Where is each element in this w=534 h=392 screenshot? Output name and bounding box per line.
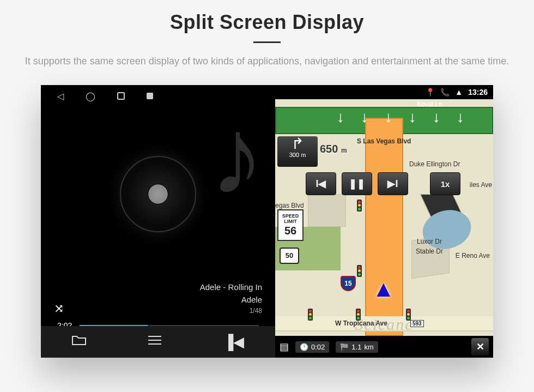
sim-playback-row: I◀ ❚❚ ▶I 1x	[306, 172, 484, 195]
traffic-light-icon	[308, 309, 313, 321]
route-distance-unit: km	[364, 343, 373, 351]
navigation-pane: ↓ ↓ ↓ ↓ ↓ ↓ S Las Vegas Blvd Koval Ln eg…	[275, 85, 493, 358]
lane-guidance: ↓ ↓ ↓ ↓ ↓ ↓	[313, 108, 488, 126]
turn-distance: 300	[289, 152, 299, 158]
sim-speed-button[interactable]: 1x	[430, 172, 460, 195]
vinyl-record	[120, 156, 196, 232]
back-icon[interactable]: ◁	[57, 91, 64, 101]
route-shield: 50	[280, 248, 299, 264]
traffic-light-icon	[357, 200, 362, 212]
lane-arrow-icon: ↓	[433, 108, 440, 126]
street-label: S Las Vegas Blvd	[357, 137, 411, 145]
exit-number-tag: 593	[410, 320, 424, 327]
lane-arrow-icon: ↓	[337, 108, 344, 126]
street-label: Duke Ellington Dr	[409, 160, 460, 168]
status-time: 13:26	[468, 88, 488, 97]
nav-bottom-bar: ▤ 🕐 0:02 🏁 1.1 km ✕	[275, 336, 493, 358]
page-subtitle: It supports the same screen display of t…	[22, 54, 512, 69]
track-index: 1/48	[200, 306, 262, 316]
map-background[interactable]: ↓ ↓ ↓ ↓ ↓ ↓ S Las Vegas Blvd Koval Ln eg…	[275, 85, 493, 358]
upcoming-turn-box[interactable]: ↰ 300 m	[277, 136, 318, 167]
turn-left-icon: ↰	[292, 136, 304, 152]
street-label: Luxor Dr	[417, 238, 442, 245]
flag-icon: 🏁	[340, 343, 349, 351]
track-title: Adele - Rolling In	[200, 281, 262, 294]
route-distance: 1.1	[351, 343, 361, 351]
route-time-chip[interactable]: 🕐 0:02	[295, 341, 329, 353]
menu-icon[interactable]: ▤	[280, 341, 289, 353]
previous-icon[interactable]: ▐◀	[223, 334, 244, 351]
turn-distance-unit: m	[301, 152, 306, 158]
lane-arrow-icon: ↓	[385, 108, 392, 126]
sim-next-button[interactable]: ▶I	[378, 172, 408, 195]
sim-pause-button[interactable]: ❚❚	[342, 172, 372, 195]
phone-icon: 📞	[440, 88, 450, 97]
home-icon[interactable]: ◯	[86, 91, 95, 101]
track-artist: Adele	[200, 294, 262, 306]
playlist-icon[interactable]	[148, 335, 162, 349]
lane-arrow-icon: ↓	[361, 108, 368, 126]
street-label: Stable Dr	[416, 248, 443, 255]
lane-arrow-icon: ↓	[409, 108, 416, 126]
street-label: Koval Ln	[417, 100, 442, 108]
street-label: egas Blvd	[275, 202, 304, 209]
status-bar: 📍 📞 ▲ 13:26	[275, 85, 493, 99]
speed-limit-sign: SPEED LIMIT 56	[277, 209, 304, 241]
sim-prev-button[interactable]: I◀	[306, 172, 336, 195]
traffic-light-icon	[357, 265, 362, 277]
street-label: W Tropicana Ave	[335, 319, 387, 327]
traffic-light-icon	[406, 309, 411, 321]
vehicle-position-icon: ▲	[372, 276, 395, 302]
music-bottom-bar: ▐◀	[41, 326, 275, 358]
route-time: 0:02	[311, 343, 325, 351]
device-screen: ◁ ◯ ♪ ⤨ Adele - Rolling In Adele 1/48 2:…	[41, 85, 493, 358]
page-title: Split Screen Display	[22, 11, 512, 34]
wifi-icon: ▲	[455, 88, 463, 97]
street-label: E Reno Ave	[456, 252, 490, 260]
interstate-shield-icon: 15	[341, 276, 356, 291]
folder-icon[interactable]	[72, 335, 86, 349]
music-pane: ◁ ◯ ♪ ⤨ Adele - Rolling In Adele 1/48 2:…	[41, 85, 275, 358]
album-art-area: ♪	[41, 107, 275, 281]
route-road	[365, 118, 403, 336]
route-distance-chip[interactable]: 🏁 1.1 km	[336, 341, 378, 353]
main-distance: 650 m	[320, 143, 347, 155]
building	[308, 194, 346, 227]
screenshot-icon[interactable]	[147, 93, 153, 99]
recents-icon[interactable]	[117, 92, 125, 100]
location-icon: 📍	[426, 88, 435, 97]
lane-arrow-icon: ↓	[457, 108, 464, 126]
traffic-light-icon	[356, 309, 361, 321]
shuffle-icon[interactable]: ⤨	[54, 301, 64, 316]
title-underline	[253, 41, 281, 43]
clock-icon: 🕐	[300, 343, 308, 351]
music-note-icon: ♪	[210, 101, 264, 210]
close-button[interactable]: ✕	[471, 338, 489, 355]
track-meta: Adele - Rolling In Adele 1/48	[200, 281, 262, 316]
